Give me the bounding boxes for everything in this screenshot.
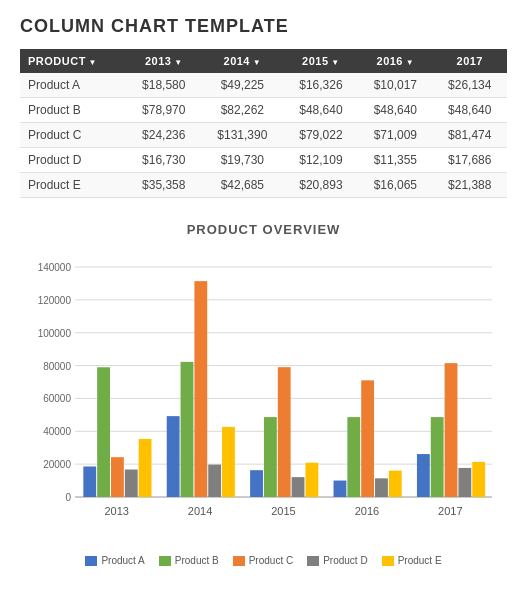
- svg-text:2016: 2016: [355, 505, 379, 517]
- legend-item-product-a: Product A: [85, 555, 144, 566]
- table-cell: $20,893: [284, 173, 358, 198]
- table-cell: $16,065: [358, 173, 432, 198]
- chart-container: 0200004000060000800001000001200001400002…: [20, 247, 507, 547]
- table-cell: $49,225: [201, 73, 284, 98]
- svg-text:2017: 2017: [438, 505, 462, 517]
- table-row: Product B$78,970$82,262$48,640$48,640$48…: [20, 98, 507, 123]
- legend-item-product-c: Product C: [233, 555, 293, 566]
- svg-text:60000: 60000: [43, 393, 71, 404]
- legend-item-product-e: Product E: [382, 555, 442, 566]
- chart-title: PRODUCT OVERVIEW: [20, 222, 507, 237]
- svg-text:2015: 2015: [271, 505, 295, 517]
- legend-item-product-d: Product D: [307, 555, 367, 566]
- table-cell: $21,388: [433, 173, 507, 198]
- chart-legend: Product AProduct BProduct CProduct DProd…: [20, 555, 507, 566]
- table-cell: $12,109: [284, 148, 358, 173]
- table-cell: Product A: [20, 73, 127, 98]
- svg-rect-35: [334, 481, 347, 497]
- table-cell: $19,730: [201, 148, 284, 173]
- table-cell: $71,009: [358, 123, 432, 148]
- svg-text:100000: 100000: [38, 328, 72, 339]
- table-cell: $16,326: [284, 73, 358, 98]
- table-cell: $11,355: [358, 148, 432, 173]
- table-cell: $82,262: [201, 98, 284, 123]
- svg-text:140000: 140000: [38, 262, 72, 273]
- table-cell: Product C: [20, 123, 127, 148]
- svg-rect-24: [181, 362, 194, 497]
- svg-rect-27: [222, 427, 235, 497]
- svg-rect-36: [347, 417, 360, 497]
- legend-item-product-b: Product B: [159, 555, 219, 566]
- svg-text:40000: 40000: [43, 426, 71, 437]
- legend-label: Product D: [323, 555, 367, 566]
- svg-rect-45: [472, 462, 485, 497]
- bar-chart: 0200004000060000800001000001200001400002…: [20, 247, 507, 547]
- svg-rect-38: [375, 478, 388, 497]
- svg-rect-17: [83, 466, 96, 497]
- svg-text:0: 0: [65, 492, 71, 503]
- svg-text:2014: 2014: [188, 505, 212, 517]
- legend-label: Product A: [101, 555, 144, 566]
- legend-color-box: [85, 556, 97, 566]
- table-header-2013: 2013 ▼: [127, 49, 201, 73]
- table-cell: Product B: [20, 98, 127, 123]
- svg-rect-23: [167, 416, 180, 497]
- legend-label: Product E: [398, 555, 442, 566]
- svg-rect-31: [278, 367, 291, 497]
- svg-rect-29: [250, 470, 263, 497]
- table-cell: $35,358: [127, 173, 201, 198]
- svg-rect-21: [139, 439, 152, 497]
- table-row: Product D$16,730$19,730$12,109$11,355$17…: [20, 148, 507, 173]
- svg-rect-39: [389, 471, 402, 497]
- filter-icon[interactable]: ▼: [250, 58, 261, 67]
- svg-rect-25: [194, 281, 207, 497]
- svg-rect-33: [305, 463, 318, 497]
- svg-text:80000: 80000: [43, 361, 71, 372]
- table-cell: $16,730: [127, 148, 201, 173]
- table-cell: $18,580: [127, 73, 201, 98]
- svg-rect-43: [445, 363, 458, 497]
- table-cell: $42,685: [201, 173, 284, 198]
- table-row: Product E$35,358$42,685$20,893$16,065$21…: [20, 173, 507, 198]
- legend-label: Product C: [249, 555, 293, 566]
- table-header-2017: 2017: [433, 49, 507, 73]
- legend-label: Product B: [175, 555, 219, 566]
- svg-rect-26: [208, 465, 221, 497]
- table-cell: Product E: [20, 173, 127, 198]
- filter-icon[interactable]: ▼: [403, 58, 414, 67]
- table-cell: $48,640: [358, 98, 432, 123]
- svg-text:120000: 120000: [38, 295, 72, 306]
- svg-text:20000: 20000: [43, 459, 71, 470]
- table-cell: $10,017: [358, 73, 432, 98]
- svg-rect-32: [292, 477, 305, 497]
- table-cell: $131,390: [201, 123, 284, 148]
- filter-icon[interactable]: ▼: [171, 58, 182, 67]
- svg-rect-44: [458, 468, 471, 497]
- table-header-product: PRODUCT ▼: [20, 49, 127, 73]
- filter-icon[interactable]: ▼: [329, 58, 340, 67]
- table-cell: $48,640: [433, 98, 507, 123]
- filter-icon[interactable]: ▼: [86, 58, 97, 67]
- svg-rect-42: [431, 417, 444, 497]
- svg-rect-41: [417, 454, 430, 497]
- table-row: Product A$18,580$49,225$16,326$10,017$26…: [20, 73, 507, 98]
- legend-color-box: [159, 556, 171, 566]
- table-header-2014: 2014 ▼: [201, 49, 284, 73]
- svg-rect-19: [111, 457, 124, 497]
- table-cell: $48,640: [284, 98, 358, 123]
- table-row: Product C$24,236$131,390$79,022$71,009$8…: [20, 123, 507, 148]
- table-cell: $26,134: [433, 73, 507, 98]
- svg-rect-20: [125, 470, 138, 497]
- table-cell: $79,022: [284, 123, 358, 148]
- svg-rect-37: [361, 380, 374, 497]
- legend-color-box: [233, 556, 245, 566]
- table-cell: $78,970: [127, 98, 201, 123]
- svg-text:2013: 2013: [104, 505, 128, 517]
- table-cell: Product D: [20, 148, 127, 173]
- legend-color-box: [382, 556, 394, 566]
- table-cell: $81,474: [433, 123, 507, 148]
- table-header-2016: 2016 ▼: [358, 49, 432, 73]
- svg-rect-30: [264, 417, 277, 497]
- svg-rect-18: [97, 367, 110, 497]
- table-cell: $24,236: [127, 123, 201, 148]
